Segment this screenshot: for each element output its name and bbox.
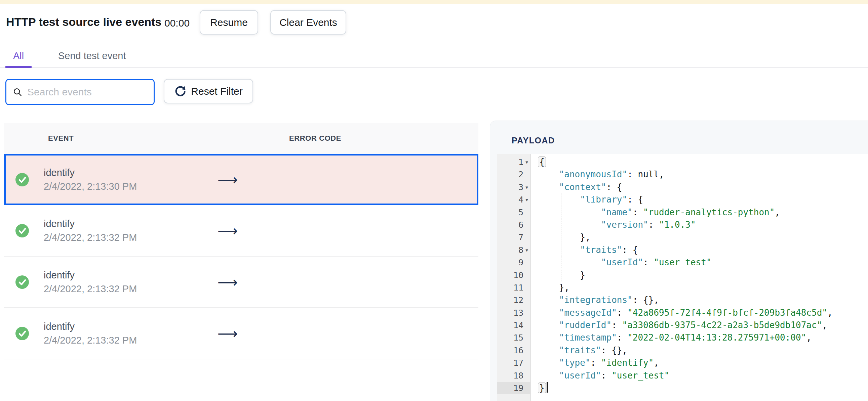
page-title: HTTP test source live events: [6, 15, 161, 29]
event-cell: identify 2/4/2022, 2:13:32 PM: [44, 257, 137, 307]
gutter-line: 9: [497, 256, 531, 269]
gutter-line: 17: [497, 357, 531, 369]
gutter-line: 14: [497, 319, 531, 332]
line-number: 7: [497, 231, 523, 243]
gutter-line: 11: [497, 281, 531, 294]
event-detail-arrow-icon[interactable]: ⟶: [217, 274, 238, 290]
event-name: identify: [44, 270, 137, 280]
line-number: 1: [497, 156, 523, 168]
line-number: 17: [497, 357, 523, 369]
code-line: },: [531, 281, 868, 294]
column-header-event: EVENT: [48, 123, 73, 154]
fold-toggle-icon[interactable]: ▾: [523, 244, 530, 256]
line-number: 16: [497, 344, 523, 357]
line-number: 19: [497, 382, 523, 394]
event-cell: identify 2/4/2022, 2:13:32 PM: [44, 205, 137, 256]
code-line: "name": "rudder-analytics-python",: [531, 206, 868, 219]
code-line: "context": {: [531, 181, 868, 194]
gutter-line: 6: [497, 219, 531, 231]
event-timer: 00:00: [164, 18, 190, 29]
gutter-line: 18: [497, 369, 531, 382]
table-row[interactable]: identify 2/4/2022, 2:13:30 PM ⟶: [4, 154, 478, 205]
event-cell: identify 2/4/2022, 2:13:30 PM: [44, 156, 137, 203]
tab-all[interactable]: All: [5, 51, 32, 62]
code-lines: 1▾{2 "anonymousId": null,3▾ "context": {…: [497, 156, 868, 394]
json-code-editor[interactable]: 1▾{2 "anonymousId": null,3▾ "context": {…: [497, 154, 868, 401]
line-number: 12: [497, 294, 523, 306]
event-name: identify: [44, 219, 137, 229]
line-number: 9: [497, 256, 523, 269]
events-table: EVENT ERROR CODE identify 2/4/2022, 2:13…: [4, 123, 478, 359]
code-line: {: [531, 156, 868, 168]
clear-events-button-label: Clear Events: [279, 17, 337, 28]
line-number: 13: [497, 307, 523, 319]
code-line: }: [531, 382, 868, 394]
resume-button-label: Resume: [210, 17, 248, 28]
code-line: }: [531, 269, 868, 281]
gutter-line: 12: [497, 294, 531, 306]
events-table-header: EVENT ERROR CODE: [4, 123, 478, 154]
success-check-icon: [16, 173, 29, 187]
event-timestamp: 2/4/2022, 2:13:32 PM: [44, 335, 137, 345]
fold-toggle-icon[interactable]: ▾: [523, 194, 530, 206]
reset-filter-button[interactable]: Reset Filter: [164, 79, 253, 103]
reset-filter-label: Reset Filter: [191, 86, 242, 97]
indent-guide: [561, 206, 561, 219]
event-name: identify: [44, 168, 137, 178]
fold-toggle-icon[interactable]: ▾: [523, 156, 530, 168]
resume-button[interactable]: Resume: [200, 10, 258, 35]
table-row[interactable]: identify 2/4/2022, 2:13:32 PM ⟶: [4, 205, 478, 257]
code-line: "messageId": "42a8695f-72f4-4f9f-bfcf-20…: [531, 307, 868, 319]
indent-guide: [582, 256, 582, 269]
event-timestamp: 2/4/2022, 2:13:32 PM: [44, 233, 137, 242]
code-line: "userId": "user_test": [531, 369, 868, 382]
gutter-line: 3▾: [497, 181, 531, 194]
gutter-line: 2: [497, 168, 531, 181]
search-icon: [12, 87, 23, 97]
events-table-rows: identify 2/4/2022, 2:13:30 PM ⟶ identify…: [4, 154, 478, 359]
gutter-line: 13: [497, 307, 531, 319]
line-number: 5: [497, 206, 523, 219]
code-line: "anonymousId": null,: [531, 168, 868, 181]
indent-guide: [561, 231, 561, 243]
event-timestamp: 2/4/2022, 2:13:30 PM: [44, 182, 137, 192]
code-line: "version": "1.0.3": [531, 219, 868, 231]
success-check-icon: [16, 327, 29, 340]
line-number: 6: [497, 219, 523, 231]
line-number: 18: [497, 369, 523, 382]
indent-guide: [561, 219, 561, 231]
active-tab-underline: [5, 66, 32, 68]
table-row[interactable]: identify 2/4/2022, 2:13:32 PM ⟶: [4, 308, 478, 359]
tab-send-test-event[interactable]: Send test event: [58, 51, 126, 62]
fold-toggle-icon[interactable]: ▾: [523, 181, 530, 194]
gutter-line: 8▾: [497, 244, 531, 256]
event-cell: identify 2/4/2022, 2:13:32 PM: [44, 308, 137, 359]
search-events-box[interactable]: [5, 79, 155, 105]
code-line: },: [531, 231, 868, 243]
success-check-icon: [16, 224, 29, 237]
table-row[interactable]: identify 2/4/2022, 2:13:32 PM ⟶: [4, 257, 478, 308]
gutter-line: 7: [497, 231, 531, 243]
gutter-line: 4▾: [497, 194, 531, 206]
event-detail-arrow-icon[interactable]: ⟶: [217, 222, 238, 239]
indent-guide: [582, 206, 582, 219]
text-cursor: [547, 382, 548, 393]
line-number: 14: [497, 319, 523, 332]
gutter-line: 16: [497, 344, 531, 357]
line-number: 2: [497, 168, 523, 181]
event-timestamp: 2/4/2022, 2:13:32 PM: [44, 284, 137, 294]
payload-title: PAYLOAD: [512, 136, 555, 145]
search-input[interactable]: [27, 86, 157, 98]
tab-bar-divider: [0, 67, 868, 68]
code-line: "traits": {},: [531, 344, 868, 357]
event-detail-arrow-icon[interactable]: ⟶: [217, 171, 238, 188]
event-detail-arrow-icon[interactable]: ⟶: [217, 325, 238, 341]
indent-guide: [561, 256, 561, 269]
clear-events-button[interactable]: Clear Events: [270, 10, 346, 35]
gutter-line: 10: [497, 269, 531, 281]
event-name: identify: [44, 322, 137, 332]
code-line: "timestamp": "2022-02-04T14:13:28.275971…: [531, 332, 868, 344]
line-number: 10: [497, 269, 523, 281]
column-header-error-code: ERROR CODE: [289, 123, 341, 154]
gutter-line: 15: [497, 332, 531, 344]
